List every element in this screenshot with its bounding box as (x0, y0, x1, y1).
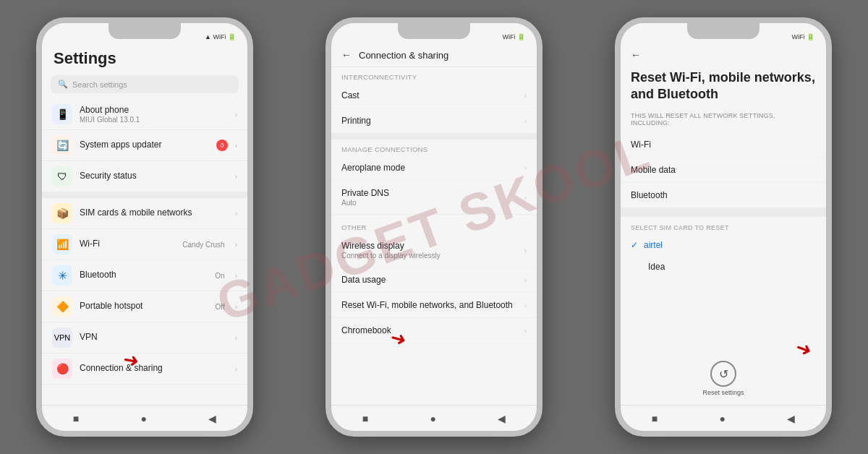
reset-screen-title: Reset Wi-Fi, mobile networks, and Blueto… (621, 67, 826, 109)
screen-content-1: Settings 🔍 Search settings 📱 About phone… (42, 43, 247, 431)
status-icons-3: WiFi 🔋 (792, 33, 815, 40)
search-bar[interactable]: 🔍 Search settings (51, 75, 239, 93)
settings-item-security[interactable]: 🛡 Security status › (42, 161, 247, 192)
aeroplane-title: Aeroplane mode (341, 163, 524, 173)
bluetooth-title: Bluetooth (80, 270, 208, 281)
security-title: Security status (80, 171, 228, 182)
reset-btn-label: Reset settings (702, 389, 744, 396)
screen-content-3: ← Reset Wi-Fi, mobile networks, and Blue… (621, 43, 826, 431)
sim-section-label: SELECT SIM CARD TO RESET (621, 217, 826, 234)
section-other: OTHER (331, 218, 537, 234)
cast-title: Cast (341, 90, 524, 100)
data-title: Data usage (341, 275, 524, 285)
conn-item-dns[interactable]: Private DNS Auto › (331, 181, 537, 215)
sim-name-airtel: airtel (644, 240, 663, 250)
wifi-icon: 📶 (52, 234, 72, 254)
wifi-text: Wi-Fi (80, 239, 175, 250)
phone-1: ▲ WiFi 🔋 Settings 🔍 Search settings 📱 Ab… (36, 17, 253, 437)
reset-mobile: Mobile data (621, 158, 826, 183)
wireless-title: Wireless display (341, 241, 524, 251)
connection-title: Connection & sharing (80, 363, 228, 374)
notch-3 (687, 23, 760, 39)
sim-title: SIM cards & mobile networks (80, 207, 228, 219)
nav-back-3[interactable]: ◀ (778, 410, 804, 427)
vpn-icon: VPN (52, 327, 72, 348)
settings-item-about[interactable]: 📱 About phone MIUI Global 13.0.1 › (42, 99, 247, 130)
nav-back-1[interactable]: ◀ (200, 410, 225, 427)
sim-check-airtel: ✓ (631, 240, 638, 250)
back-icon-3[interactable]: ← (631, 49, 641, 61)
settings-item-vpn[interactable]: VPN VPN › (42, 322, 247, 354)
settings-item-wifi[interactable]: 📶 Wi-Fi Candy Crush › (42, 229, 247, 260)
connection-screen-title: Connection & sharing (359, 50, 448, 61)
data-text: Data usage (341, 275, 524, 285)
bluetooth-text: Bluetooth (80, 270, 208, 281)
vpn-arrow: › (235, 334, 237, 342)
reset-bluetooth: Bluetooth (621, 183, 826, 208)
settings-item-hotspot[interactable]: 🔶 Portable hotspot Off › (42, 291, 247, 322)
notch-2 (398, 23, 470, 39)
cast-arrow: › (524, 92, 527, 100)
sim-idea[interactable]: Idea (621, 256, 826, 278)
divider-1 (42, 192, 247, 198)
security-icon: 🛡 (52, 166, 72, 187)
about-text: About phone MIUI Global 13.0.1 (80, 105, 228, 124)
hotspot-icon: 🔶 (52, 296, 72, 317)
status-icons-2: WiFi 🔋 (503, 33, 526, 40)
divider-2 (331, 134, 537, 140)
settings-item-sim[interactable]: 📦 SIM cards & mobile networks › (42, 198, 247, 229)
about-subtitle: MIUI Global 13.0.1 (80, 116, 228, 124)
reset-settings-button[interactable]: ↺ (710, 361, 736, 387)
nav-circle-1[interactable]: ● (132, 410, 155, 427)
settings-item-connection[interactable]: 🔴 Connection & sharing › (42, 354, 247, 385)
nav-square-1[interactable]: ■ (64, 410, 88, 427)
reset-btn-container: ↺ Reset settings ➜ (621, 352, 826, 405)
phone-2: WiFi 🔋 ← Connection & sharing INTERCONNE… (326, 17, 542, 437)
printing-text: Printing (341, 116, 524, 126)
wifi-value: Candy Crush (182, 241, 224, 249)
wireless-text: Wireless display Connect to a display wi… (341, 241, 524, 260)
updater-icon: 🔄 (52, 135, 72, 155)
screen-3: WiFi 🔋 ← Reset Wi-Fi, mobile networks, a… (621, 23, 826, 431)
bluetooth-arrow: › (235, 272, 237, 280)
bluetooth-value: On (215, 272, 224, 280)
nav-circle-3[interactable]: ● (710, 410, 733, 427)
sim-text: SIM cards & mobile networks (80, 207, 228, 219)
connection-text: Connection & sharing (80, 363, 228, 374)
conn-item-data[interactable]: Data usage › (331, 267, 537, 293)
nav-circle-2[interactable]: ● (421, 410, 444, 427)
conn-item-aeroplane[interactable]: Aeroplane mode › (331, 155, 537, 181)
sim-name-idea: Idea (648, 262, 665, 272)
nav-square-3[interactable]: ■ (643, 410, 666, 427)
conn-item-cast[interactable]: Cast › (331, 83, 537, 108)
dns-title: Private DNS (341, 188, 524, 198)
reset-subtitle: THIS WILL RESET ALL NETWORK SETTINGS, IN… (621, 109, 826, 132)
back-icon-2[interactable]: ← (341, 49, 352, 61)
phone-frame-1: ▲ WiFi 🔋 Settings 🔍 Search settings 📱 Ab… (36, 17, 253, 437)
reset-wifi: Wi-Fi (621, 132, 826, 158)
updater-arrow: › (235, 142, 237, 150)
bottom-nav-2: ■ ● ◀ (331, 405, 537, 431)
bluetooth-icon: ✳ (52, 265, 72, 286)
conn-item-wireless[interactable]: Wireless display Connect to a display wi… (331, 234, 537, 267)
security-arrow: › (235, 173, 237, 181)
search-placeholder: Search settings (72, 80, 127, 89)
reset-header: ← (621, 43, 826, 67)
updater-text: System apps updater (80, 140, 209, 151)
phone-frame-3: WiFi 🔋 ← Reset Wi-Fi, mobile networks, a… (615, 17, 832, 437)
conn-item-printing[interactable]: Printing › (331, 108, 537, 134)
wireless-arrow: › (524, 247, 527, 254)
conn-item-chromebook[interactable]: Chromebook › (331, 318, 537, 343)
settings-item-updater[interactable]: 🔄 System apps updater 0 › (42, 130, 247, 161)
notch-1 (109, 23, 181, 39)
nav-square-2[interactable]: ■ (354, 410, 377, 427)
status-icons-1: ▲ WiFi 🔋 (205, 33, 236, 40)
aeroplane-text: Aeroplane mode (341, 163, 524, 173)
chromebook-title: Chromebook (341, 325, 524, 335)
nav-back-2[interactable]: ◀ (489, 410, 514, 427)
conn-item-reset[interactable]: Reset Wi-Fi, mobile networks, and Blueto… (331, 293, 537, 318)
connection-icon: 🔴 (52, 359, 72, 379)
sim-airtel[interactable]: ✓ airtel (621, 234, 826, 256)
updater-title: System apps updater (80, 140, 209, 151)
settings-item-bluetooth[interactable]: ✳ Bluetooth On › (42, 260, 247, 291)
